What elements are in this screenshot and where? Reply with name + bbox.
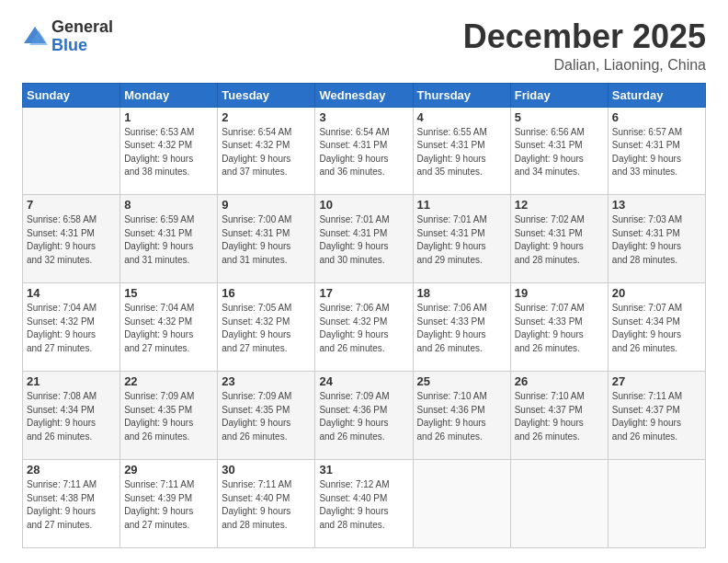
calendar-cell: 1Sunrise: 6:53 AM Sunset: 4:32 PM Daylig…: [120, 107, 218, 195]
calendar-cell: 9Sunrise: 7:00 AM Sunset: 4:31 PM Daylig…: [218, 195, 315, 283]
calendar-cell: 16Sunrise: 7:05 AM Sunset: 4:32 PM Dayli…: [218, 283, 315, 372]
day-info: Sunrise: 7:11 AM Sunset: 4:38 PM Dayligh…: [27, 478, 116, 532]
calendar-page: General Blue December 2025 Dalian, Liaon…: [0, 0, 728, 563]
logo: General Blue: [22, 18, 113, 55]
day-number: 15: [124, 286, 213, 300]
calendar-cell: 15Sunrise: 7:04 AM Sunset: 4:32 PM Dayli…: [120, 283, 218, 372]
calendar-cell: 31Sunrise: 7:12 AM Sunset: 4:40 PM Dayli…: [315, 460, 413, 548]
day-info: Sunrise: 6:54 AM Sunset: 4:32 PM Dayligh…: [222, 126, 311, 179]
day-number: 25: [417, 374, 506, 388]
calendar-cell: 23Sunrise: 7:09 AM Sunset: 4:35 PM Dayli…: [218, 372, 315, 460]
day-info: Sunrise: 7:07 AM Sunset: 4:34 PM Dayligh…: [612, 302, 701, 355]
day-info: Sunrise: 7:07 AM Sunset: 4:33 PM Dayligh…: [515, 302, 604, 355]
calendar-cell: 2Sunrise: 6:54 AM Sunset: 4:32 PM Daylig…: [218, 107, 315, 195]
day-number: 21: [27, 374, 116, 388]
calendar-cell: 10Sunrise: 7:01 AM Sunset: 4:31 PM Dayli…: [315, 195, 413, 283]
day-info: Sunrise: 7:09 AM Sunset: 4:35 PM Dayligh…: [222, 390, 311, 443]
day-number: 19: [515, 286, 604, 300]
calendar-cell: [608, 460, 705, 548]
day-number: 18: [417, 286, 506, 300]
day-info: Sunrise: 6:53 AM Sunset: 4:32 PM Dayligh…: [124, 126, 213, 179]
calendar-table: Sunday Monday Tuesday Wednesday Thursday…: [22, 83, 706, 548]
calendar-cell: 22Sunrise: 7:09 AM Sunset: 4:35 PM Dayli…: [120, 372, 218, 460]
day-info: Sunrise: 7:08 AM Sunset: 4:34 PM Dayligh…: [27, 390, 116, 443]
day-number: 23: [222, 374, 311, 388]
week-row-4: 21Sunrise: 7:08 AM Sunset: 4:34 PM Dayli…: [23, 372, 706, 460]
day-number: 10: [319, 198, 408, 212]
day-number: 29: [124, 463, 213, 477]
day-info: Sunrise: 7:01 AM Sunset: 4:31 PM Dayligh…: [319, 213, 408, 267]
header-wednesday: Wednesday: [315, 83, 413, 107]
day-number: 17: [319, 286, 408, 300]
calendar-cell: 17Sunrise: 7:06 AM Sunset: 4:32 PM Dayli…: [315, 283, 413, 372]
day-number: 1: [124, 110, 213, 124]
month-title: December 2025: [463, 18, 706, 55]
day-number: 27: [612, 374, 701, 388]
day-number: 3: [319, 110, 408, 124]
day-number: 30: [222, 463, 311, 477]
day-number: 24: [319, 374, 408, 388]
calendar-cell: [23, 107, 120, 195]
day-info: Sunrise: 7:02 AM Sunset: 4:31 PM Dayligh…: [515, 213, 604, 267]
location-title: Dalian, Liaoning, China: [463, 57, 706, 74]
calendar-cell: 6Sunrise: 6:57 AM Sunset: 4:31 PM Daylig…: [608, 107, 705, 195]
day-number: 26: [515, 374, 604, 388]
day-info: Sunrise: 6:56 AM Sunset: 4:31 PM Dayligh…: [515, 126, 604, 179]
header-tuesday: Tuesday: [218, 83, 315, 107]
day-info: Sunrise: 6:59 AM Sunset: 4:31 PM Dayligh…: [124, 213, 213, 267]
calendar-cell: 13Sunrise: 7:03 AM Sunset: 4:31 PM Dayli…: [608, 195, 705, 283]
title-block: December 2025 Dalian, Liaoning, China: [463, 18, 706, 74]
day-number: 31: [319, 463, 408, 477]
day-info: Sunrise: 7:11 AM Sunset: 4:37 PM Dayligh…: [612, 390, 701, 443]
day-number: 8: [124, 198, 213, 212]
calendar-cell: 20Sunrise: 7:07 AM Sunset: 4:34 PM Dayli…: [608, 283, 705, 372]
day-number: 6: [612, 110, 701, 124]
day-info: Sunrise: 6:54 AM Sunset: 4:31 PM Dayligh…: [319, 126, 408, 179]
header-saturday: Saturday: [608, 83, 705, 107]
day-number: 20: [612, 286, 701, 300]
calendar-cell: 27Sunrise: 7:11 AM Sunset: 4:37 PM Dayli…: [608, 372, 705, 460]
day-number: 14: [27, 286, 116, 300]
week-row-1: 1Sunrise: 6:53 AM Sunset: 4:32 PM Daylig…: [23, 107, 706, 195]
week-row-5: 28Sunrise: 7:11 AM Sunset: 4:38 PM Dayli…: [23, 460, 706, 548]
header-sunday: Sunday: [23, 83, 120, 107]
calendar-cell: 3Sunrise: 6:54 AM Sunset: 4:31 PM Daylig…: [315, 107, 413, 195]
calendar-cell: 12Sunrise: 7:02 AM Sunset: 4:31 PM Dayli…: [510, 195, 608, 283]
day-number: 2: [222, 110, 311, 124]
day-number: 9: [222, 198, 311, 212]
header-friday: Friday: [510, 83, 608, 107]
day-info: Sunrise: 7:10 AM Sunset: 4:37 PM Dayligh…: [515, 390, 604, 443]
calendar-cell: 26Sunrise: 7:10 AM Sunset: 4:37 PM Dayli…: [510, 372, 608, 460]
day-info: Sunrise: 7:04 AM Sunset: 4:32 PM Dayligh…: [124, 302, 213, 355]
calendar-cell: 4Sunrise: 6:55 AM Sunset: 4:31 PM Daylig…: [413, 107, 510, 195]
day-info: Sunrise: 6:58 AM Sunset: 4:31 PM Dayligh…: [27, 213, 116, 267]
calendar-cell: 25Sunrise: 7:10 AM Sunset: 4:36 PM Dayli…: [413, 372, 510, 460]
calendar-cell: 21Sunrise: 7:08 AM Sunset: 4:34 PM Dayli…: [23, 372, 120, 460]
calendar-cell: 14Sunrise: 7:04 AM Sunset: 4:32 PM Dayli…: [23, 283, 120, 372]
day-number: 16: [222, 286, 311, 300]
day-info: Sunrise: 7:11 AM Sunset: 4:39 PM Dayligh…: [124, 478, 213, 532]
calendar-cell: 24Sunrise: 7:09 AM Sunset: 4:36 PM Dayli…: [315, 372, 413, 460]
day-number: 12: [515, 198, 604, 212]
day-info: Sunrise: 7:06 AM Sunset: 4:33 PM Dayligh…: [417, 302, 506, 355]
day-info: Sunrise: 7:01 AM Sunset: 4:31 PM Dayligh…: [417, 213, 506, 267]
day-info: Sunrise: 7:03 AM Sunset: 4:31 PM Dayligh…: [612, 213, 701, 267]
day-info: Sunrise: 7:12 AM Sunset: 4:40 PM Dayligh…: [319, 478, 408, 532]
header: General Blue December 2025 Dalian, Liaon…: [22, 18, 706, 74]
calendar-cell: 7Sunrise: 6:58 AM Sunset: 4:31 PM Daylig…: [23, 195, 120, 283]
day-info: Sunrise: 7:09 AM Sunset: 4:36 PM Dayligh…: [319, 390, 408, 443]
week-row-3: 14Sunrise: 7:04 AM Sunset: 4:32 PM Dayli…: [23, 283, 706, 372]
calendar-cell: 30Sunrise: 7:11 AM Sunset: 4:40 PM Dayli…: [218, 460, 315, 548]
calendar-cell: 18Sunrise: 7:06 AM Sunset: 4:33 PM Dayli…: [413, 283, 510, 372]
calendar-cell: 19Sunrise: 7:07 AM Sunset: 4:33 PM Dayli…: [510, 283, 608, 372]
calendar-cell: [510, 460, 608, 548]
day-number: 4: [417, 110, 506, 124]
calendar-cell: 8Sunrise: 6:59 AM Sunset: 4:31 PM Daylig…: [120, 195, 218, 283]
week-row-2: 7Sunrise: 6:58 AM Sunset: 4:31 PM Daylig…: [23, 195, 706, 283]
header-monday: Monday: [120, 83, 218, 107]
day-number: 13: [612, 198, 701, 212]
calendar-cell: 29Sunrise: 7:11 AM Sunset: 4:39 PM Dayli…: [120, 460, 218, 548]
calendar-cell: 28Sunrise: 7:11 AM Sunset: 4:38 PM Dayli…: [23, 460, 120, 548]
header-thursday: Thursday: [413, 83, 510, 107]
day-info: Sunrise: 7:09 AM Sunset: 4:35 PM Dayligh…: [124, 390, 213, 443]
